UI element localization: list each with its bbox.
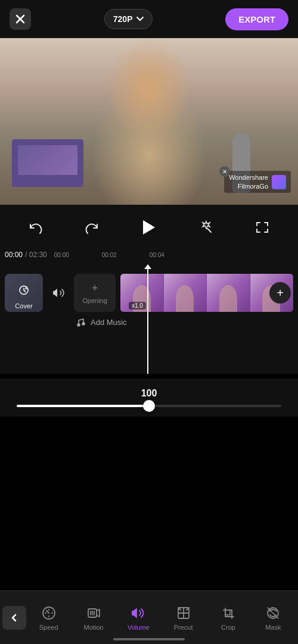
speed-label: Speed [39, 624, 58, 631]
controls-section: 00:00 / 02:30 00:00 00:02 00:04 [0, 205, 298, 267]
resolution-label: 720P [113, 14, 133, 24]
home-indicator [113, 638, 185, 640]
opening-button[interactable]: + Opening [74, 274, 116, 312]
precut-icon-svg [176, 605, 191, 621]
time-mark-0: 00:00 [54, 252, 102, 258]
volume-toolbar-icon [130, 605, 147, 621]
close-button[interactable] [10, 8, 31, 30]
volume-value: 100 [12, 388, 286, 399]
clip-person-3 [219, 285, 237, 312]
timeline-row: Cover + Opening ⏸ [0, 271, 298, 314]
volume-toolbar-label: Volume [128, 624, 150, 631]
motion-label: Motion [83, 624, 103, 631]
playhead [147, 267, 148, 374]
clip-frame-3 [207, 274, 250, 312]
opening-plus-icon: + [92, 282, 98, 295]
toolbar-item-mask[interactable]: Mask [251, 600, 296, 636]
play-icon [142, 219, 156, 236]
resolution-button[interactable]: 720P [104, 9, 153, 29]
cover-thumb-icon [18, 285, 30, 299]
speed-icon [41, 605, 57, 621]
clip-person-2 [176, 285, 194, 312]
clip-strip-container: ⏸ x1.0 + [120, 274, 293, 312]
toolbar-item-speed[interactable]: Speed [26, 600, 71, 636]
mask-label: Mask [265, 624, 281, 631]
speed-badge: x1.0 [129, 302, 146, 310]
time-mark-1: 00:02 [102, 252, 150, 258]
chevron-down-icon [136, 17, 144, 21]
video-frame: ✕ Wondershare FilmoraGo [0, 38, 298, 205]
precut-label: Precut [174, 624, 193, 631]
bottom-toolbar: Speed Motion Volume [0, 590, 298, 644]
crop-icon-svg [221, 605, 236, 621]
crop-icon [220, 605, 237, 621]
volume-slider-fill [17, 405, 149, 407]
video-preview: ✕ Wondershare FilmoraGo [0, 38, 298, 205]
fullscreen-button[interactable] [250, 215, 274, 239]
time-mark-2: 00:04 [150, 252, 197, 258]
speaker-icon [51, 286, 66, 300]
timeline-marks: 00:00 00:02 00:04 [54, 252, 293, 258]
motion-icon-svg [86, 605, 101, 621]
precut-icon [175, 605, 192, 621]
play-button[interactable] [136, 214, 162, 240]
back-icon [10, 613, 19, 623]
redo-button[interactable] [80, 215, 104, 239]
time-total: / 02:30 [25, 251, 47, 259]
clip-add-button[interactable]: + [269, 282, 291, 304]
toolbar-item-crop[interactable]: Crop [206, 600, 250, 636]
clip-strip[interactable]: ⏸ x1.0 [120, 274, 293, 312]
volume-slider-thumb[interactable] [143, 400, 155, 412]
mask-icon [265, 605, 281, 621]
toolbar-item-precut[interactable]: Precut [161, 600, 206, 636]
time-current: 00:00 [5, 251, 23, 259]
back-button[interactable] [2, 606, 26, 630]
wand-icon [199, 220, 213, 235]
redo-icon [85, 220, 99, 235]
undo-icon [29, 220, 43, 235]
toolbar-item-motion[interactable]: Motion [71, 600, 116, 636]
export-button[interactable]: EXPORT [225, 8, 288, 30]
motion-icon [85, 605, 102, 621]
add-music-label: Add Music [91, 318, 127, 327]
watermark-text: Wondershare FilmoraGo [229, 173, 268, 190]
speed-icon-svg [41, 605, 57, 621]
add-music-button[interactable]: Add Music [75, 317, 127, 327]
fullscreen-icon [255, 220, 269, 235]
cover-thumbnail[interactable]: Cover [5, 274, 43, 312]
watermark-logo [272, 175, 286, 189]
crop-label: Crop [221, 624, 235, 631]
volume-section: 100 [0, 379, 298, 417]
timeline-area: Cover + Opening ⏸ [0, 267, 298, 374]
undo-button[interactable] [24, 215, 48, 239]
header: 720P EXPORT [0, 0, 298, 38]
svg-point-4 [82, 323, 85, 325]
volume-active-icon-svg [130, 605, 147, 621]
magic-button[interactable] [194, 215, 218, 239]
video-bg-desk [12, 139, 83, 187]
svg-rect-8 [225, 610, 230, 615]
playback-controls [0, 214, 298, 240]
clip-frame-2 [164, 274, 207, 312]
toolbar-item-volume[interactable]: Volume [116, 600, 161, 636]
volume-icon-track[interactable] [48, 282, 69, 304]
music-row: Add Music [70, 314, 298, 330]
music-icon [75, 317, 86, 327]
refresh-icon [18, 285, 30, 296]
watermark: ✕ Wondershare FilmoraGo [224, 171, 291, 193]
opening-label: Opening [82, 297, 107, 304]
volume-slider-track[interactable] [17, 405, 281, 407]
svg-point-3 [77, 324, 80, 326]
cover-label: Cover [5, 302, 43, 310]
timeline-ruler: 00:00 / 02:30 00:00 00:02 00:04 [0, 248, 298, 262]
mask-icon-svg [265, 605, 281, 621]
